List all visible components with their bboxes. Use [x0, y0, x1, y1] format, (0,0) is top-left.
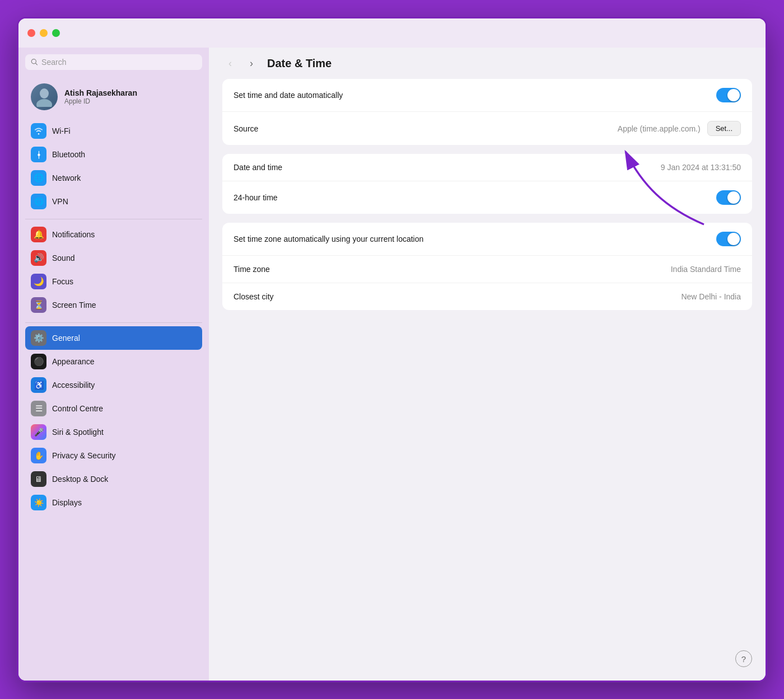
back-button[interactable]: ‹ — [222, 55, 238, 71]
controlcentre-icon: ☰ — [31, 401, 46, 416]
traffic-lights — [27, 29, 60, 37]
system-preferences-window: Atish Rajasekharan Apple ID Wi-Fi — [17, 17, 767, 682]
sidebar-item-label-controlcentre: Control Centre — [52, 404, 103, 413]
sidebar-item-label-screentime: Screen Time — [52, 301, 96, 309]
source-label: Source — [234, 124, 258, 133]
source-row: Source Apple (time.apple.com.) Set... — [222, 112, 752, 145]
source-right: Apple (time.apple.com.) Set... — [618, 121, 741, 136]
avatar — [31, 83, 58, 110]
auto-timezone-toggle[interactable] — [716, 232, 741, 246]
source-value: Apple (time.apple.com.) — [618, 124, 701, 133]
auto-time-label: Set time and date automatically — [234, 91, 343, 100]
sidebar-item-controlcentre[interactable]: ☰ Control Centre — [25, 397, 202, 420]
sidebar-item-siri[interactable]: 🎤 Siri & Spotlight — [25, 420, 202, 444]
auto-timezone-row: Set time zone automatically using your c… — [222, 223, 752, 256]
user-info: Atish Rajasekharan Apple ID — [64, 88, 137, 105]
auto-timezone-label: Set time zone automatically using your c… — [234, 234, 423, 243]
sidebar-section-general: ⚙️ General ⚫ Appearance ♿ Accessibility — [25, 326, 202, 514]
sidebar-item-bluetooth[interactable]: ⍿ Bluetooth — [25, 143, 202, 166]
svg-line-1 — [36, 63, 38, 65]
titlebar — [18, 18, 766, 48]
help-button[interactable]: ? — [735, 650, 752, 667]
svg-point-3 — [36, 99, 52, 107]
general-icon: ⚙️ — [31, 330, 46, 346]
main-body: Set time and date automatically Source A… — [209, 79, 766, 681]
sidebar-section-alerts: 🔔 Notifications 🔊 Sound 🌙 Focus — [25, 223, 202, 317]
svg-point-2 — [40, 88, 49, 98]
minimize-button[interactable] — [40, 29, 48, 37]
sidebar-item-label-appearance: Appearance — [52, 357, 95, 366]
sidebar-item-general[interactable]: ⚙️ General — [25, 326, 202, 350]
auto-time-toggle[interactable] — [716, 88, 741, 102]
sidebar-item-label-siri: Siri & Spotlight — [52, 428, 104, 437]
sidebar-item-label-accessibility: Accessibility — [52, 381, 95, 390]
sidebar-item-focus[interactable]: 🌙 Focus — [25, 270, 202, 293]
focus-icon: 🌙 — [31, 274, 46, 289]
displays-icon: ☀️ — [31, 495, 46, 510]
sidebar-item-label-focus: Focus — [52, 277, 73, 286]
search-icon — [31, 58, 38, 66]
user-subtitle: Apple ID — [64, 97, 137, 105]
sidebar-item-screentime[interactable]: ⏳ Screen Time — [25, 293, 202, 317]
divider-1 — [25, 219, 202, 219]
closest-city-value: New Delhi - India — [681, 292, 741, 301]
sidebar-item-notifications[interactable]: 🔔 Notifications — [25, 223, 202, 246]
sidebar-item-privacy[interactable]: ✋ Privacy & Security — [25, 444, 202, 467]
vpn-icon: 🌐 — [31, 194, 46, 209]
screentime-icon: ⏳ — [31, 297, 46, 313]
auto-time-card: Set time and date automatically Source A… — [222, 79, 752, 145]
maximize-button[interactable] — [52, 29, 60, 37]
window-content: Atish Rajasekharan Apple ID Wi-Fi — [18, 48, 766, 681]
close-button[interactable] — [27, 29, 35, 37]
divider-2 — [25, 322, 202, 323]
auto-time-row: Set time and date automatically — [222, 79, 752, 112]
forward-button[interactable]: › — [244, 55, 259, 71]
datetime-row: Date and time 9 Jan 2024 at 13:31:50 — [222, 154, 752, 181]
closest-city-row: Closest city New Delhi - India — [222, 283, 752, 310]
datetime-card: Date and time 9 Jan 2024 at 13:31:50 24-… — [222, 154, 752, 214]
sidebar-item-network[interactable]: 🌐 Network — [25, 166, 202, 190]
main-content: ‹ › Date & Time Set time and date automa… — [209, 48, 766, 681]
timezone-label: Time zone — [234, 265, 270, 274]
siri-icon: 🎤 — [31, 424, 46, 440]
page-title: Date & Time — [267, 57, 332, 70]
search-bar[interactable] — [25, 54, 202, 70]
sidebar-item-appearance[interactable]: ⚫ Appearance — [25, 350, 202, 373]
timezone-value: India Standard Time — [671, 265, 741, 274]
timezone-row: Time zone India Standard Time — [222, 256, 752, 283]
accessibility-icon: ♿ — [31, 377, 46, 393]
desktop-icon: 🖥 — [31, 471, 46, 487]
sidebar: Atish Rajasekharan Apple ID Wi-Fi — [18, 48, 209, 681]
hour24-label: 24-hour time — [234, 193, 278, 202]
main-header: ‹ › Date & Time — [209, 48, 766, 79]
notifications-icon: 🔔 — [31, 227, 46, 242]
sidebar-item-label-vpn: VPN — [52, 197, 68, 206]
privacy-icon: ✋ — [31, 448, 46, 463]
hour24-row: 24-hour time — [222, 181, 752, 214]
hour24-toggle[interactable] — [716, 190, 741, 205]
set-button[interactable]: Set... — [707, 121, 741, 136]
sidebar-item-label-bluetooth: Bluetooth — [52, 150, 85, 159]
sound-icon: 🔊 — [31, 250, 46, 266]
sidebar-item-accessibility[interactable]: ♿ Accessibility — [25, 373, 202, 397]
sidebar-item-sound[interactable]: 🔊 Sound — [25, 246, 202, 270]
sidebar-item-label-notifications: Notifications — [52, 230, 95, 239]
network-icon: 🌐 — [31, 170, 46, 186]
user-name: Atish Rajasekharan — [64, 88, 137, 97]
datetime-label: Date and time — [234, 163, 282, 172]
user-profile[interactable]: Atish Rajasekharan Apple ID — [25, 79, 202, 115]
sidebar-item-displays[interactable]: ☀️ Displays — [25, 491, 202, 514]
sidebar-section-network: Wi-Fi ⍿ Bluetooth 🌐 Network 🌐 — [25, 119, 202, 213]
sidebar-item-label-sound: Sound — [52, 254, 74, 262]
sidebar-item-label-network: Network — [52, 173, 81, 182]
search-input[interactable] — [41, 58, 197, 67]
sidebar-item-label-privacy: Privacy & Security — [52, 451, 116, 460]
datetime-value: 9 Jan 2024 at 13:31:50 — [661, 163, 741, 172]
sidebar-item-label-general: General — [52, 334, 80, 343]
wifi-icon — [31, 123, 46, 139]
sidebar-item-desktop[interactable]: 🖥 Desktop & Dock — [25, 467, 202, 491]
sidebar-item-label-wifi: Wi-Fi — [52, 126, 71, 135]
appearance-icon: ⚫ — [31, 354, 46, 369]
sidebar-item-vpn[interactable]: 🌐 VPN — [25, 190, 202, 213]
sidebar-item-wifi[interactable]: Wi-Fi — [25, 119, 202, 143]
